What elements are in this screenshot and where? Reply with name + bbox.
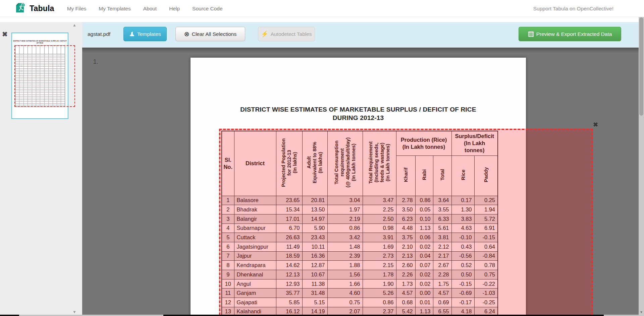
vertical-scrollbar-thumb[interactable]: [639, 17, 643, 116]
autodetect-tables-button: ⚡ Autodetect Tables: [258, 27, 315, 41]
clear-selections-button[interactable]: ⊗ Clear All Selections: [175, 27, 245, 41]
tabula-logo-icon: [16, 3, 26, 15]
document-title-line2: DURING 2012-13: [191, 114, 526, 122]
window-edge: [163, 315, 604, 316]
navbar: Tabula My Files My Templates About Help …: [0, 0, 644, 17]
thumbnail-mini-title: DISTRICT WISE ESTIMATES OF MARKETABLE SU…: [12, 40, 68, 44]
nav-item-help[interactable]: Help: [169, 6, 180, 12]
document-title-line1: DISTRICT WISE ESTIMATES OF MARKETABLE SU…: [191, 106, 526, 113]
selection-close-icon[interactable]: ✖: [593, 121, 598, 128]
clear-selections-label: Clear All Selections: [192, 31, 237, 37]
templates-button-label: Templates: [137, 31, 161, 37]
export-table-icon: [528, 31, 534, 37]
nav-links: My Files My Templates About Help Source …: [67, 6, 223, 12]
nav-item-about[interactable]: About: [143, 6, 157, 12]
preview-export-label: Preview & Export Extracted Data: [536, 31, 612, 37]
brand[interactable]: Tabula: [16, 3, 54, 15]
templates-button[interactable]: Templates: [123, 27, 167, 41]
sidebar-scroll-down-icon[interactable]: ▼: [72, 310, 76, 314]
nav-item-source-code[interactable]: Source Code: [192, 6, 222, 12]
lightning-bolt-icon: ⚡: [261, 31, 268, 37]
nav-item-my-templates[interactable]: My Templates: [99, 6, 130, 12]
window-edge: [604, 315, 639, 316]
brand-title: Tabula: [30, 4, 54, 13]
table-selection-rectangle[interactable]: [219, 129, 593, 316]
nav-item-my-files[interactable]: My Files: [67, 6, 87, 12]
preview-export-button[interactable]: Preview & Export Extracted Data: [519, 27, 621, 41]
window-edge: [0, 315, 19, 316]
autodetect-tables-label: Autodetect Tables: [271, 31, 312, 37]
thumbnail-selection-rectangle[interactable]: [14, 45, 75, 107]
support-link[interactable]: Support Tabula on OpenCollective!: [533, 0, 613, 17]
filename-label: agstat.pdf: [88, 27, 110, 41]
scrollbar-down-icon[interactable]: ▼: [639, 310, 644, 314]
window-edge: [19, 315, 163, 316]
circle-x-icon: ⊗: [184, 31, 190, 37]
page-marker: 1.: [93, 58, 98, 65]
thumbnail-close-icon[interactable]: ✖: [2, 30, 8, 38]
templates-icon: [129, 31, 135, 37]
sidebar-scroll-up-icon[interactable]: ▲: [72, 23, 76, 27]
